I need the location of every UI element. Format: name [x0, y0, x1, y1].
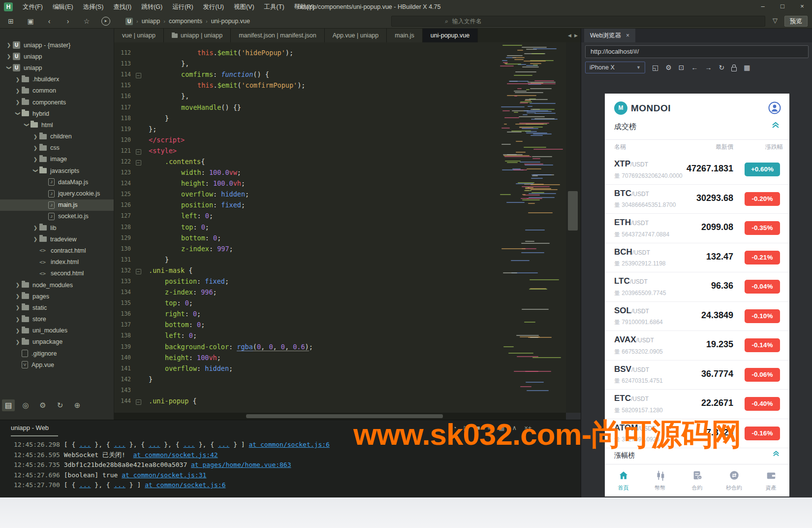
menu-item-查找[interactable]: 查找(I) [108, 0, 136, 14]
code-line[interactable]: 135top: 0; [114, 297, 497, 308]
editor-tab-App.vue[interactable]: App.vue | uniapp [325, 29, 387, 42]
code-line[interactable]: 112this.$emit('hidePopup'); [114, 47, 497, 58]
console-link[interactable]: at common/socket.js:6 [249, 441, 330, 448]
market-row-LTC[interactable]: LTC/USDT量 203965509.774596.36-0.04% [605, 272, 789, 302]
tree-item-javascripts[interactable]: ❯javascripts [0, 165, 114, 176]
close-icon[interactable]: × [626, 29, 629, 42]
code-line[interactable]: 136right: 0; [114, 308, 497, 319]
nav-item-秒合約[interactable]: 秒合約 [716, 464, 752, 496]
editor-tab-uniapp[interactable]: uniapp | uniapp [164, 29, 231, 42]
forward-icon[interactable]: → [705, 64, 712, 71]
breadcrumb-segment[interactable]: uniapp [142, 18, 160, 25]
browser-view-icon[interactable]: ⊕ [71, 399, 84, 411]
code-line[interactable]: 115this.$emit('comfirmPopup'); [114, 80, 497, 91]
menu-item-选择[interactable]: 选择(S) [78, 0, 109, 14]
tree-item-uniapp[interactable]: ❯Uuniapp [0, 62, 114, 73]
gear-icon[interactable]: ⚙ [665, 64, 672, 71]
console-icon[interactable]: ⊡ [679, 64, 685, 71]
menu-item-编辑[interactable]: 编辑(E) [48, 0, 78, 14]
nav-item-幣幣[interactable]: 幣幣 [642, 464, 679, 496]
tree-item-components[interactable]: ❯components [0, 97, 114, 108]
code-editor[interactable]: 112this.$emit('hidePopup');113},114–comf… [114, 42, 497, 413]
code-line[interactable]: 142} [114, 374, 497, 385]
tree-item-second.html[interactable]: <>second.html [0, 268, 114, 279]
editor-tab-vue[interactable]: vue | uniapp [114, 29, 164, 42]
console-link[interactable]: at common/socket.js:6 [145, 481, 225, 489]
tree-item-store[interactable]: ❯store [0, 314, 114, 325]
tree-item-static[interactable]: ❯static [0, 302, 114, 313]
run-icon[interactable]: ▸ [101, 17, 110, 26]
qrcode-icon[interactable]: ▦ [744, 64, 750, 71]
code-line[interactable]: 130z-index: 997; [114, 243, 497, 254]
console-link[interactable]: at common/socket.js:42 [133, 451, 218, 459]
tree-item-uniapp-master-[interactable]: ❯Uuniapp - {master} [0, 39, 114, 51]
code-line[interactable]: 129bottom: 0; [114, 232, 497, 243]
code-line[interactable]: 143 [114, 385, 497, 396]
code-line[interactable]: 123width: 100.0vw; [114, 167, 497, 178]
console-tab[interactable]: uniapp - Web [11, 424, 49, 431]
tree-item-uni-modules[interactable]: ❯uni_modules [0, 325, 114, 336]
console-link[interactable]: ... [183, 441, 194, 448]
code-line[interactable]: 144–.uni-popup { [114, 396, 497, 406]
console-link[interactable]: ... [114, 441, 125, 448]
code-line[interactable]: 126position: fixed; [114, 199, 497, 210]
code-line[interactable]: 121–<style> [114, 145, 497, 156]
code-line[interactable]: 124height: 100.0vh; [114, 178, 497, 189]
tree-item-App.vue[interactable]: VApp.vue [0, 359, 114, 370]
tree-item-children[interactable]: ❯children [0, 131, 114, 142]
console-link[interactable]: ... [79, 441, 91, 448]
menu-item-视图[interactable]: 视图(V) [229, 0, 259, 14]
code-line[interactable]: 114–comfirms: function() { [114, 69, 497, 80]
tree-item-lib[interactable]: ❯lib [0, 222, 114, 233]
code-line[interactable]: 113}, [114, 58, 497, 69]
tree-item-pages[interactable]: ❯pages [0, 291, 114, 302]
tree-item-dataMap.js[interactable]: JdataMap.js [0, 176, 114, 188]
code-line[interactable]: 128top: 0; [114, 222, 497, 232]
market-row-BTC[interactable]: BTC/USDT量 304866645351.870030293.68-0.20… [605, 185, 789, 214]
tree-item-uniapp[interactable]: ❯Uuniapp [0, 51, 114, 62]
user-avatar-icon[interactable] [768, 101, 781, 114]
menu-item-运行[interactable]: 运行(R) [167, 0, 198, 14]
forward-icon[interactable]: › [62, 15, 74, 27]
code-line[interactable]: 120</script> [114, 134, 497, 145]
editor-tab-uni-popup.vue[interactable]: uni-popup.vue [423, 29, 478, 42]
tree-item-.hbuilderx[interactable]: ❯.hbuilderx [0, 74, 114, 85]
console-link[interactable]: ... [114, 481, 125, 489]
tree-item-index.html[interactable]: <>index.html [0, 257, 114, 268]
star-icon[interactable]: ☆ [81, 15, 93, 27]
code-line[interactable]: 131} [114, 254, 497, 265]
lock-icon[interactable] [731, 67, 737, 71]
tree-item-jquery.cookie.js[interactable]: Jjquery.cookie.js [0, 188, 114, 199]
search-input[interactable]: ⌕ 输入文件名 [391, 16, 765, 27]
tree-item-main.js[interactable]: Jmain.js [0, 199, 114, 211]
market-row-ETH[interactable]: ETH/USDT量 5643724747.08842099.08-0.35% [605, 214, 789, 243]
market-row-BCH[interactable]: BCH/USDT量 253902912.1198132.47-0.21% [605, 243, 789, 273]
code-line[interactable]: 116}, [114, 91, 497, 101]
tab-scroll-left-icon[interactable]: ◀ [568, 33, 571, 38]
editor-tab-main.js[interactable]: main.js [387, 29, 423, 42]
fold-marker-icon[interactable]: – [134, 70, 143, 78]
tree-item-image[interactable]: ❯image [0, 154, 114, 165]
fold-marker-icon[interactable]: – [134, 266, 143, 274]
market-row-BSV[interactable]: BSV/USDT量 62470315.475136.7774-0.06% [605, 361, 789, 390]
debug-view-icon[interactable]: ⚙ [36, 399, 49, 411]
code-line[interactable]: 134z-index: 996; [114, 287, 497, 297]
preview-button[interactable]: 预览 [784, 16, 808, 27]
editor-vertical-scrollbar[interactable] [566, 42, 581, 413]
console-link[interactable]: ... [218, 441, 229, 448]
device-select[interactable]: iPhone X ▼ [585, 62, 645, 73]
fold-marker-icon[interactable]: – [134, 158, 143, 165]
code-line[interactable]: 132–.uni-mask { [114, 265, 497, 276]
menu-item-文件[interactable]: 文件(F) [18, 0, 48, 14]
minimap[interactable] [497, 42, 566, 413]
tree-item-.gitignore[interactable]: .gitignore [0, 348, 114, 359]
nav-item-資產[interactable]: 資產 [752, 464, 789, 496]
breadcrumb-segment[interactable]: uni-popup.vue [211, 18, 250, 25]
breadcrumb-segment[interactable]: components [169, 18, 202, 25]
scrollbar-thumb[interactable] [568, 191, 578, 231]
market-row-XTP[interactable]: XTP/USDT量 70769263206240.000047267.1831+… [605, 155, 789, 185]
minimize-button[interactable]: – [753, 0, 773, 14]
back-icon[interactable]: ← [691, 64, 698, 71]
nav-item-首頁[interactable]: 首頁 [605, 464, 642, 496]
tree-item-socket.io.js[interactable]: Jsocket.io.js [0, 211, 114, 222]
